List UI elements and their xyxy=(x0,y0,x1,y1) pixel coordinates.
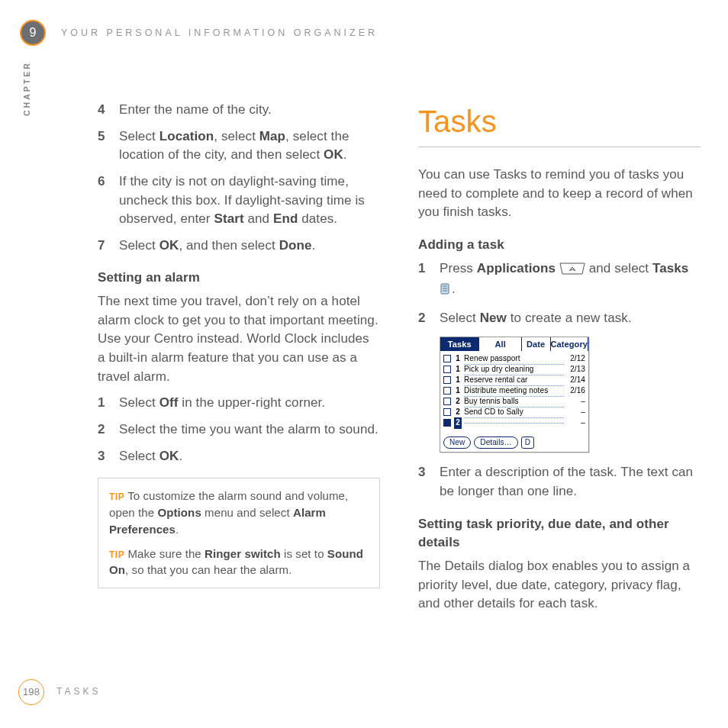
tasks-note-button[interactable]: D xyxy=(521,436,534,449)
step-body: Select New to create a new task. xyxy=(440,309,701,328)
tasks-app-icon xyxy=(440,282,452,301)
task-priority: 2 xyxy=(454,407,462,418)
tip: TIP Make sure the Ringer switch is set t… xyxy=(109,546,369,579)
right-column: Tasks You can use Tasks to remind you of… xyxy=(418,101,701,621)
left-column: 4Enter the name of the city.5Select Loca… xyxy=(98,101,380,621)
task-name xyxy=(464,423,564,424)
task-checkbox[interactable] xyxy=(443,387,451,395)
step-body: Select OK. xyxy=(119,447,380,466)
chapter-number-badge: 9 xyxy=(20,20,46,46)
tip-box: TIP To customize the alarm sound and vol… xyxy=(98,478,380,588)
task-due: 2/12 xyxy=(564,353,585,365)
tasks-tab-all[interactable]: All xyxy=(479,337,521,351)
step-number: 2 xyxy=(418,309,440,328)
task-priority: 1 xyxy=(454,364,462,375)
tasks-title: Tasks xyxy=(440,337,479,351)
step-body: Select OK, and then select Done. xyxy=(119,237,380,256)
task-row[interactable]: 1Distribute meeting notes2/16 xyxy=(443,385,585,396)
alarm-steps: 1Select Off in the upper-right corner.2S… xyxy=(98,394,380,465)
tip-label: TIP xyxy=(109,549,124,560)
step-number: 5 xyxy=(98,127,119,165)
step-number: 2 xyxy=(98,420,119,440)
list-item: 1Select Off in the upper-right corner. xyxy=(98,394,380,413)
page-header-title: YOUR PERSONAL INFORMATION ORGANIZER xyxy=(61,26,378,40)
page-footer: 198 TASKS xyxy=(18,679,101,705)
step-body: Select Off in the upper-right corner. xyxy=(119,394,380,413)
task-due: 2/14 xyxy=(564,375,585,386)
task-name: Send CD to Sally xyxy=(464,407,564,419)
step-body: Enter the name of the city. xyxy=(119,101,380,120)
page-content: 4Enter the name of the city.5Select Loca… xyxy=(98,101,701,621)
task-checkbox[interactable] xyxy=(443,355,451,362)
step-body: If the city is not on daylight-saving ti… xyxy=(119,172,380,229)
task-priority: 1 xyxy=(454,375,462,386)
task-checkbox[interactable] xyxy=(443,376,451,384)
step-number: 1 xyxy=(98,394,119,413)
task-checkbox[interactable] xyxy=(443,408,451,416)
task-checkbox[interactable] xyxy=(443,366,451,373)
list-item: 3 Enter a description of the task. The t… xyxy=(418,463,701,501)
list-item: 7Select OK, and then select Done. xyxy=(98,237,380,256)
task-checkbox[interactable] xyxy=(443,398,451,405)
step-number: 1 xyxy=(418,259,440,301)
step-number: 4 xyxy=(98,101,119,120)
step-body: Enter a description of the task. The tex… xyxy=(440,463,701,501)
list-item: 6If the city is not on daylight-saving t… xyxy=(98,172,380,229)
page-number: 198 xyxy=(23,685,40,700)
task-row[interactable]: 2Send CD to Sally– xyxy=(443,407,585,417)
list-item: 1Press Applications and select Tasks . xyxy=(418,259,701,301)
step-number: 6 xyxy=(98,172,119,229)
chapter-label-vertical: CHAPTER xyxy=(21,61,33,116)
tasks-header: Tasks All Date Category xyxy=(440,337,588,351)
tasks-footer: New Details… D xyxy=(440,433,588,452)
section-title-tasks: Tasks xyxy=(418,99,701,147)
tasks-list: 1Renew passport2/121Pick up dry cleaning… xyxy=(440,351,588,433)
step-number: 7 xyxy=(98,237,119,256)
list-item: 2Select New to create a new task. xyxy=(418,309,701,328)
tasks-details-button[interactable]: Details… xyxy=(474,436,517,449)
list-item: 3Select OK. xyxy=(98,447,380,466)
task-checkbox[interactable] xyxy=(443,419,451,427)
task-row[interactable]: 1Pick up dry cleaning2/13 xyxy=(443,364,585,375)
alarm-paragraph: The next time you travel, don’t rely on … xyxy=(98,292,380,386)
task-priority: 1 xyxy=(454,385,462,397)
task-due: 2/16 xyxy=(564,385,585,397)
step-body: Press Applications and select Tasks . xyxy=(440,259,701,301)
tasks-intro: You can use Tasks to remind you of tasks… xyxy=(418,166,701,222)
adding-task-heading: Adding a task xyxy=(418,236,701,255)
page-number-badge: 198 xyxy=(18,679,44,705)
step-body: Select Location, select Map, select the … xyxy=(119,127,380,165)
task-due: – xyxy=(564,396,585,407)
tasks-new-button[interactable]: New xyxy=(443,436,471,449)
tip-label: TIP xyxy=(109,491,124,502)
list-item: 4Enter the name of the city. xyxy=(98,101,380,120)
task-row[interactable]: 1Reserve rental car2/14 xyxy=(443,375,585,385)
task-priority: 2 xyxy=(454,396,462,407)
task-row[interactable]: 2– xyxy=(443,417,585,428)
list-item: 2Select the time you want the alarm to s… xyxy=(98,420,380,440)
tasks-tab-date[interactable]: Date xyxy=(522,337,551,351)
step-number: 3 xyxy=(418,463,440,501)
tasks-app-screenshot: Tasks All Date Category 1Renew passport2… xyxy=(440,337,589,453)
task-priority: 1 xyxy=(454,353,462,365)
tip: TIP To customize the alarm sound and vol… xyxy=(109,488,369,537)
task-due: – xyxy=(564,417,585,429)
task-row[interactable]: 2Buy tennis balls– xyxy=(443,396,585,407)
alarm-heading: Setting an alarm xyxy=(98,269,380,288)
footer-section-label: TASKS xyxy=(56,685,101,698)
home-key-icon xyxy=(559,262,585,281)
tasks-tab-category[interactable]: Category xyxy=(551,337,588,351)
list-item: 5Select Location, select Map, select the… xyxy=(98,127,380,165)
task-priority: 2 xyxy=(454,417,462,429)
task-due: 2/13 xyxy=(564,364,585,375)
step-body: Select the time you want the alarm to so… xyxy=(119,420,380,440)
priority-heading: Setting task priority, due date, and oth… xyxy=(418,515,701,552)
task-due: – xyxy=(564,407,585,418)
adding-task-steps: 1Press Applications and select Tasks .2S… xyxy=(418,259,701,328)
chapter-number: 9 xyxy=(30,24,37,41)
step-number: 3 xyxy=(98,447,119,466)
city-steps: 4Enter the name of the city.5Select Loca… xyxy=(98,101,380,255)
task-row[interactable]: 1Renew passport2/12 xyxy=(443,353,585,364)
priority-paragraph: The Details dialog box enables you to as… xyxy=(418,557,701,614)
